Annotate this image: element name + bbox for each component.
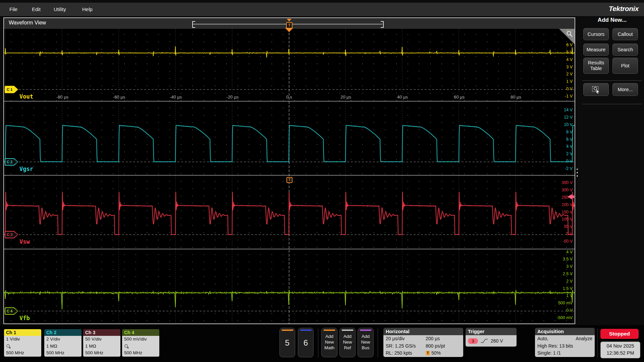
waveform-view: Waveform View T T -80 µs-60 µs-40 µs-20 … <box>3 17 575 324</box>
channel-button-5[interactable]: 5 <box>279 328 295 357</box>
sidebar-divider <box>582 80 642 81</box>
horizontal-panel-title: Horizontal <box>383 328 463 335</box>
channel-impedance: 1 MΩ <box>46 343 82 350</box>
acquisition-value-right: Analyze <box>576 335 592 343</box>
channel-button-ch-2[interactable]: Ch 22 V/div1 MΩ500 MHz <box>44 329 82 357</box>
channel-settings: 1 V/div500 MHz <box>4 336 41 357</box>
channel-bandwidth: 500 MHz <box>46 350 82 357</box>
axis-label-vfb: 500 mV <box>558 301 573 305</box>
axis-label-vfb: 1.5 V <box>563 286 573 291</box>
time-label: 0 s <box>286 95 292 100</box>
channel-button-ch-3[interactable]: Ch 350 V/div1 MΩ500 MHz <box>83 329 120 357</box>
menu-item-edit[interactable]: Edit <box>32 3 41 16</box>
axis-label-vfb: -500 mV <box>557 315 573 320</box>
trace-label-vgsr: Vgsr <box>19 166 33 172</box>
time-label: 80 µs <box>511 95 521 100</box>
add-search-button[interactable]: Search <box>612 44 638 56</box>
menu-item-utility[interactable]: Utility <box>54 3 66 16</box>
axis-label-vout: 0 V <box>566 86 573 91</box>
horizontal-right-text: 800 ps/pt <box>426 343 445 350</box>
channel-settings: 50 V/div1 MΩ500 MHz <box>83 336 120 357</box>
run-stop-status[interactable]: Stopped <box>600 329 639 339</box>
add-new-ref-button[interactable]: AddNewRef <box>339 328 356 357</box>
add-measure-button[interactable]: Measure <box>583 44 609 56</box>
add-callout-button[interactable]: Callout <box>612 28 638 40</box>
rising-edge-icon <box>481 338 488 344</box>
add-new-bus-button[interactable]: AddNewBus <box>358 328 374 357</box>
sidebar-add-new: Add New... CursorsCalloutMeasureSearchRe… <box>580 16 644 324</box>
axis-label-vgsr: 4 V <box>566 144 573 149</box>
time-label: -20 µs <box>226 95 238 100</box>
channel-badge-vsw[interactable]: C 3 <box>5 231 18 238</box>
horizontal-value-right: 800 ps/pt <box>426 343 461 350</box>
channel-button-6[interactable]: 6 <box>298 328 314 357</box>
acquisition-panel-title: Acquisition <box>535 328 595 335</box>
zoom-corner-button[interactable] <box>559 29 575 44</box>
trigger-level-value: 260 V <box>491 338 503 344</box>
add-new-math-button[interactable]: AddNewMath <box>321 328 337 357</box>
menu-item-file[interactable]: File <box>9 3 17 16</box>
axis-label-vout: 3 V <box>566 65 573 69</box>
add-new-title: Add New... <box>580 17 644 23</box>
channel-button-ch-1[interactable]: Ch 11 V/div500 MHz <box>4 329 41 357</box>
horizontal-panel[interactable]: Horizontal 20 µs/div200 µsSR: 1.25 GS/s8… <box>383 328 463 357</box>
zoom-select-icon <box>591 85 601 94</box>
datetime-badge[interactable]: 04 Nov 2025 12:36:52 PM <box>600 342 640 358</box>
trigger-panel[interactable]: Trigger 3 260 V <box>466 328 517 347</box>
axis-label-vsw: 350 V <box>561 180 573 185</box>
horizontal-value-right: 200 µs <box>426 335 461 343</box>
horizontal-value-left: 20 µs/div <box>386 335 426 343</box>
more-button[interactable]: More... <box>612 83 638 96</box>
add-plot-button[interactable]: Plot <box>612 58 638 74</box>
axis-label-vsw: 100 V <box>561 217 573 222</box>
zoom-select-button[interactable] <box>583 83 609 96</box>
channel-badge-vout[interactable]: C 1 <box>5 86 18 93</box>
axis-label-vgsr: 2 V <box>566 152 573 156</box>
time-text: 12:36:52 PM <box>601 350 640 357</box>
probe-icon <box>6 343 41 350</box>
horizontal-row: RL: 250 kptsT50% <box>383 350 463 357</box>
trigger-panel-title: Trigger <box>466 328 517 335</box>
graticule[interactable]: T -80 µs-60 µs-40 µs-20 µs0 s20 µs40 µs6… <box>4 29 575 323</box>
trigger-position-icon[interactable] <box>287 19 291 21</box>
horizontal-value-left: SR: 1.25 GS/s <box>386 343 426 350</box>
axis-label-vgsr: -2 V <box>565 166 573 171</box>
channel-badge-vgsr[interactable]: C 2 <box>5 158 18 166</box>
axis-label-vgsr: 0 V <box>566 159 573 164</box>
expansion-point-icon[interactable] <box>285 28 293 32</box>
panel-resize-handle[interactable] <box>577 169 578 179</box>
horizontal-row: SR: 1.25 GS/s800 ps/pt <box>383 343 463 350</box>
channel-number: 6 <box>298 338 313 348</box>
oscilloscope-screen: Tektronix FileEditUtilityHelp Waveform V… <box>0 0 644 362</box>
add-cursors-button[interactable]: Cursors <box>583 28 609 40</box>
axis-label-vsw: 200 V <box>561 202 573 207</box>
axis-label-vout: 1 V <box>566 79 573 84</box>
channel-settings: 500 mV/div500 MHz <box>122 336 159 357</box>
channel-impedance: 1 MΩ <box>85 343 120 350</box>
time-label: -80 µs <box>56 95 68 100</box>
acquisition-row: High Res: 13 bits <box>535 343 595 350</box>
channel-button-ch-4[interactable]: Ch 4500 mV/div500 MHz <box>122 329 159 357</box>
trigger-source-marker[interactable]: T <box>286 177 292 183</box>
channel-bandwidth: 500 MHz <box>85 350 120 357</box>
menu-item-help[interactable]: Help <box>82 3 93 16</box>
acquisition-panel[interactable]: Acquisition Auto,AnalyzeHigh Res: 13 bit… <box>535 328 595 357</box>
axis-label-vsw: 300 V <box>561 188 573 192</box>
axis-label-vfb: 1 V <box>566 293 573 298</box>
channel-color-stripe <box>281 329 293 331</box>
channel-settings: 2 V/div1 MΩ500 MHz <box>44 336 82 357</box>
record-view-left-bracket <box>192 21 195 28</box>
horizontal-value-right: T50% <box>426 350 461 357</box>
channel-scale: 1 V/div <box>6 336 41 343</box>
axis-label-vgsr: 8 V <box>566 130 573 134</box>
time-label: 40 µs <box>397 95 408 100</box>
axis-label-vfb: 0 V <box>566 308 573 313</box>
axis-label-vout: -1 V <box>565 94 573 99</box>
axis-label-vgsr: 10 V <box>564 122 573 127</box>
acquisition-value-left: High Res: 13 bits <box>537 343 592 350</box>
time-label: -60 µs <box>113 95 125 100</box>
channel-color-stripe <box>300 329 312 331</box>
channel-label: Ch 2 <box>44 329 82 336</box>
add-results-table-button[interactable]: Results Table <box>583 58 609 74</box>
channel-badge-vfb[interactable]: C 4 <box>5 307 18 315</box>
